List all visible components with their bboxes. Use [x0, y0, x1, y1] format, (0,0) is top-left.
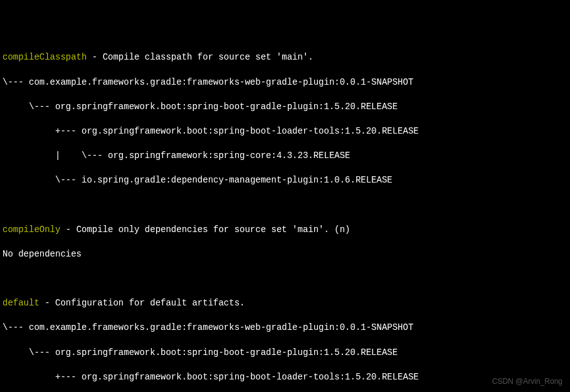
blank-line: [3, 273, 567, 285]
config-header-compile-only: compileOnly - Compile only dependencies …: [3, 224, 567, 236]
no-deps: No dependencies: [3, 248, 567, 261]
dep-line: | \--- org.springframework:spring-core:4…: [3, 150, 567, 162]
config-name: compileClasspath: [3, 52, 87, 62]
dep-line: \--- com.example.frameworks.gradle:frame…: [3, 322, 567, 334]
config-name: compileOnly: [3, 225, 60, 235]
dep-line: \--- org.springframework.boot:spring-boo…: [3, 101, 567, 114]
config-header-compile-classpath: compileClasspath - Compile classpath for…: [3, 51, 567, 64]
config-name: default: [3, 298, 40, 308]
config-desc: - Compile only dependencies for source s…: [60, 225, 350, 235]
watermark: CSDN @Arvin_Rong: [492, 376, 562, 387]
dep-line: \--- org.springframework.boot:spring-boo…: [3, 347, 567, 359]
dep-line: \--- com.example.frameworks.gradle:frame…: [3, 77, 567, 89]
dep-line: \--- io.spring.gradle:dependency-managem…: [3, 174, 567, 187]
config-header-default: default - Configuration for default arti…: [3, 297, 567, 310]
config-desc: - Configuration for default artifacts.: [40, 298, 245, 308]
config-desc: - Compile classpath for source set 'main…: [87, 52, 313, 62]
dep-line: +--- org.springframework.boot:spring-boo…: [3, 125, 567, 138]
blank-line: [3, 199, 567, 212]
dep-line: +--- org.springframework.boot:spring-boo…: [3, 371, 567, 384]
